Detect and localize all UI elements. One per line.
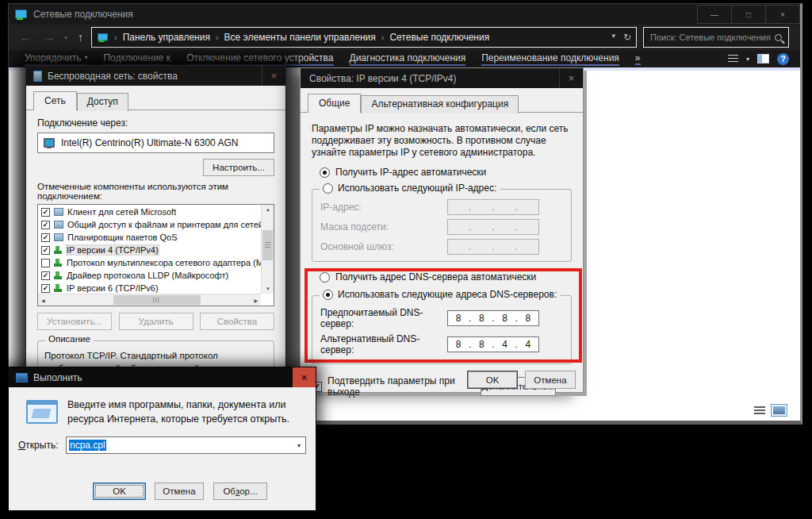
component-checkbox[interactable]: ✓ <box>41 208 50 217</box>
auto-dns-radio[interactable] <box>320 272 330 283</box>
minimize-button[interactable]: — <box>697 5 732 24</box>
gateway-field[interactable]: ... <box>447 239 539 255</box>
tab-general[interactable]: Общие <box>308 94 361 113</box>
vertical-scrollbar[interactable]: ▲ ▼ <box>261 205 274 294</box>
wifi-adapter-icon <box>33 71 42 82</box>
wifi-tabs: Сеть Доступ <box>26 86 285 110</box>
minimize-icon: — <box>710 10 718 19</box>
details-view-icon[interactable] <box>754 406 765 415</box>
wifi-dialog-titlebar[interactable]: Беспроводная сеть: свойства × <box>26 66 285 86</box>
maximize-button[interactable]: □ <box>731 5 766 24</box>
ip-address-field[interactable]: ... <box>447 199 539 215</box>
component-row[interactable]: ✓ Драйвер протокола LLDP (Майкрософт) <box>38 269 261 282</box>
horizontal-scrollbar[interactable]: ◀ ▶ <box>38 294 261 306</box>
help-icon[interactable]: ? <box>777 53 789 65</box>
run-ok-button[interactable]: OK <box>93 482 146 500</box>
up-icon[interactable]: ↑ <box>78 31 83 44</box>
manual-ip-groupbox: Использовать следующий IP-адрес: IP-адре… <box>312 189 572 262</box>
toolbar-rename[interactable]: Переименование подключения <box>481 52 619 66</box>
component-row-ipv4-selected[interactable]: ✓ IP версии 4 (TCP/IPv4) <box>38 244 261 256</box>
search-input[interactable]: Поиск: Сетевые подключения <box>643 27 789 48</box>
component-checkbox[interactable]: ✓ <box>41 284 50 293</box>
protocol-icon <box>54 246 63 254</box>
breadcrumb-control-panel[interactable]: Панель управления <box>123 32 210 43</box>
window-title: Сетевые подключения <box>33 9 133 20</box>
wifi-close-icon[interactable]: × <box>262 66 285 86</box>
chevron-down-icon: ▾ <box>84 54 87 61</box>
configure-button[interactable]: Настроить... <box>203 159 274 176</box>
ipv4-ok-button[interactable]: OK <box>467 371 518 389</box>
toolbar-overflow-icon[interactable]: » <box>635 52 641 65</box>
toolbar-organize[interactable]: Упорядочить▾ <box>25 52 87 66</box>
tab-sharing[interactable]: Доступ <box>77 93 128 111</box>
ipv4-tabs: Общие Альтернативная конфигурация <box>301 88 583 112</box>
uninstall-button[interactable]: Удалить <box>119 313 193 330</box>
properties-button[interactable]: Свойства <box>200 313 274 330</box>
run-browse-button[interactable]: Обзор... <box>213 482 267 500</box>
scroll-right-icon[interactable]: ▶ <box>254 298 258 303</box>
back-icon[interactable]: ← <box>20 31 31 44</box>
auto-dns-label: Получить адрес DNS-сервера автоматически <box>335 271 536 283</box>
run-cancel-button[interactable]: Отмена <box>155 482 204 500</box>
statusbar-view-toggles <box>754 404 787 417</box>
run-dialog-titlebar[interactable]: Выполнить × <box>9 367 316 387</box>
breadcrumb-network-connections[interactable]: Сетевые подключения <box>389 32 489 43</box>
toolbar-diagnose[interactable]: Диагностика подключения <box>350 52 466 66</box>
component-checkbox[interactable]: ✓ <box>41 246 50 255</box>
component-checkbox[interactable]: ✓ <box>41 221 50 229</box>
preferred-dns-field[interactable]: 8.8.8.8 <box>447 310 539 326</box>
scroll-left-icon[interactable]: ◀ <box>41 298 45 303</box>
ip-dot: . <box>492 241 494 252</box>
manual-dns-radio[interactable] <box>323 290 333 300</box>
component-checkbox[interactable] <box>41 259 50 267</box>
component-row[interactable]: ✓ Общий доступ к файлам и принтерам для … <box>38 218 261 231</box>
run-app-icon <box>16 373 28 383</box>
protocol-icon <box>54 284 63 292</box>
ip-dot: . <box>492 313 494 324</box>
component-row[interactable]: ✓ IP версии 6 (TCP/IPv6) <box>38 282 261 294</box>
forward-icon[interactable]: → <box>44 31 55 44</box>
scroll-down-icon[interactable]: ▼ <box>266 286 270 291</box>
vertical-scrollbar-thumb[interactable] <box>262 230 273 260</box>
run-close-icon[interactable]: × <box>293 367 316 387</box>
component-row[interactable]: ✓ Планировщик пакетов QoS <box>38 231 261 244</box>
ipv4-close-icon[interactable]: × <box>559 68 583 88</box>
breadcrumb-all-items[interactable]: Все элементы панели управления <box>224 32 376 43</box>
component-row[interactable]: ✓ Клиент для сетей Microsoft <box>38 206 261 218</box>
component-checkbox[interactable]: ✓ <box>41 233 50 242</box>
refresh-icon[interactable]: ↻ <box>623 32 631 43</box>
ipv4-cancel-button[interactable]: Отмена <box>525 371 576 389</box>
manual-ip-radio[interactable] <box>323 183 333 194</box>
tab-alternate-config[interactable]: Альтернативная конфигурация <box>361 95 519 113</box>
manual-dns-groupbox: Использовать следующие адреса DNS-сервер… <box>312 295 572 364</box>
address-bar[interactable]: › Панель управления › Все элементы панел… <box>91 27 637 48</box>
view-dropdown-icon[interactable]: ▾ <box>746 56 749 63</box>
run-command-input[interactable]: ncpa.cpl ▾ <box>66 436 306 454</box>
combo-dropdown-icon[interactable]: ▾ <box>293 442 305 449</box>
install-button[interactable]: Установить... <box>37 313 112 330</box>
ipv4-tabpage: Параметры IP можно назначать автоматичес… <box>301 112 583 398</box>
toolbar-disable-device[interactable]: Отключение сетевого устройства <box>186 52 333 66</box>
preview-pane-icon[interactable] <box>757 54 769 63</box>
components-listbox: ✓ Клиент для сетей Microsoft ✓ Общий дос… <box>37 204 274 306</box>
close-button[interactable]: × <box>765 5 800 24</box>
ipv4-properties-dialog: Свойства: IP версии 4 (TCP/IPv4) × Общие… <box>300 67 584 393</box>
subnet-mask-field[interactable]: ... <box>447 219 539 235</box>
component-checkbox[interactable]: ✓ <box>41 271 50 280</box>
thumbnail-view-icon[interactable] <box>771 404 787 417</box>
component-row[interactable]: Протокол мультиплексора сетевого адаптер… <box>38 256 261 269</box>
toolbar-connect-to[interactable]: Подключение к <box>103 52 170 66</box>
ipv4-dialog-titlebar[interactable]: Свойства: IP версии 4 (TCP/IPv4) × <box>301 68 583 88</box>
alternate-dns-label: Альтернативный DNS-сервер: <box>320 333 447 356</box>
ip-dot: . <box>515 339 518 350</box>
maximize-icon: □ <box>746 10 751 19</box>
horizontal-scrollbar-thumb[interactable] <box>113 295 201 305</box>
change-view-icon[interactable] <box>728 55 738 63</box>
alternate-dns-field[interactable]: 8.8.4.4 <box>447 336 539 352</box>
recent-locations-chevron-icon[interactable]: ▾ <box>64 34 67 41</box>
tab-network[interactable]: Сеть <box>33 91 77 110</box>
address-dropdown-icon[interactable]: ▾ <box>611 32 615 43</box>
scroll-up-icon[interactable]: ▲ <box>266 207 270 212</box>
window-titlebar[interactable]: Сетевые подключения — □ × <box>9 4 800 25</box>
auto-ip-radio[interactable] <box>320 167 330 178</box>
